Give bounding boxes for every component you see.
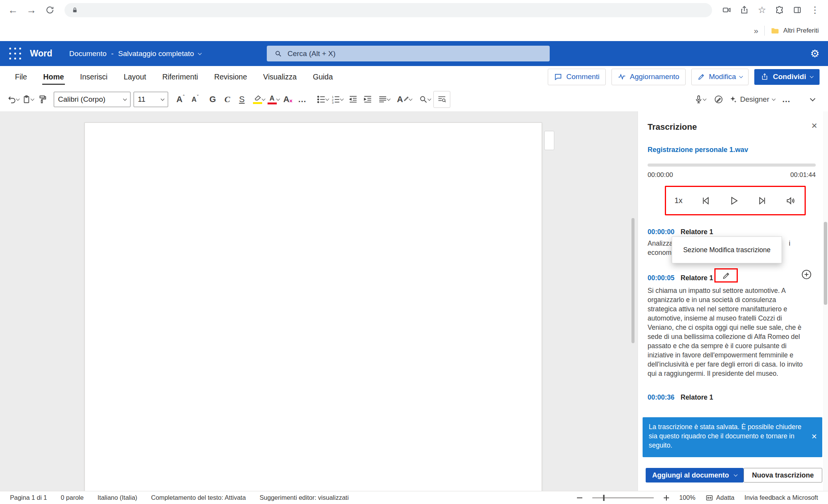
entry-timestamp[interactable]: 00:00:36 (648, 393, 681, 402)
ribbon-overflow-button[interactable]: … (780, 91, 793, 108)
add-section-button[interactable] (801, 269, 812, 280)
editor-hints-status[interactable]: Suggerimenti editor: visualizzati (259, 494, 349, 501)
tab-home[interactable]: Home (35, 66, 72, 88)
updates-button[interactable]: Aggiornamento (611, 69, 686, 85)
transcript-entry-text[interactable]: Si chiama un impatto sul settore automot… (648, 286, 805, 378)
entry-speaker: Relatore 1 (681, 228, 713, 236)
increase-indent-button[interactable] (362, 91, 374, 108)
text-completion-status[interactable]: Completamento del testo: Attivata (151, 494, 246, 501)
comment-margin-box[interactable] (544, 131, 554, 150)
font-color-button[interactable]: A (267, 91, 279, 108)
document-scrollbar-thumb[interactable] (631, 218, 635, 343)
playback-speed-button[interactable]: 1x (674, 196, 683, 205)
panel-scrollbar[interactable] (823, 111, 828, 491)
share-page-icon[interactable] (737, 2, 752, 18)
browser-back-icon[interactable]: ← (5, 2, 21, 18)
browser-menu-icon[interactable]: ⋮ (807, 2, 823, 18)
add-to-document-button[interactable]: Aggiungi al documento (646, 468, 744, 483)
zoom-slider-thumb[interactable] (603, 495, 605, 501)
bookmarks-overflow-button[interactable]: » (754, 26, 759, 35)
decrease-indent-icon (349, 95, 358, 104)
tab-riferimenti[interactable]: Riferimenti (154, 66, 206, 88)
comments-button[interactable]: Commenti (548, 69, 606, 85)
extensions-puzzle-icon[interactable] (772, 2, 787, 18)
search-input[interactable]: Cerca (Alt + X) (267, 46, 550, 61)
more-font-options-button[interactable]: … (296, 91, 309, 108)
entry-timestamp[interactable]: 00:00:00 (648, 228, 681, 236)
app-name: Word (30, 48, 52, 59)
skip-back-icon[interactable] (700, 195, 711, 206)
tab-visualizza[interactable]: Visualizza (255, 66, 305, 88)
audio-progress-bar[interactable] (648, 164, 816, 167)
settings-gear-icon[interactable]: ⚙ (810, 48, 820, 60)
alignment-button[interactable] (378, 91, 390, 108)
bullet-list-button[interactable] (316, 91, 329, 108)
browser-reload-icon[interactable] (42, 2, 58, 18)
panel-scrollbar-thumb[interactable] (824, 222, 827, 305)
bookmark-star-icon[interactable]: ☆ (754, 2, 770, 18)
notification-close-icon[interactable]: × (811, 432, 817, 441)
editor-button[interactable] (712, 91, 725, 108)
underline-button[interactable]: S (236, 91, 248, 108)
new-transcription-button[interactable]: Nuova trascrizione (744, 468, 822, 483)
playback-controls-annotation: 1x (665, 186, 806, 215)
clear-formatting-button[interactable]: A × (282, 91, 294, 108)
zoom-out-icon[interactable] (577, 497, 582, 498)
designer-button[interactable]: Designer (729, 91, 775, 108)
collapse-ribbon-button[interactable] (807, 91, 819, 108)
font-name-select[interactable]: Calibri (Corpo) (54, 92, 131, 107)
word-count[interactable]: 0 parole (61, 494, 84, 501)
zoom-in-icon[interactable] (664, 495, 669, 501)
styles-button[interactable]: A (397, 91, 412, 108)
numbered-list-button[interactable]: 123 (331, 91, 343, 108)
edit-pencil-icon[interactable] (722, 271, 730, 280)
sparkle-icon (729, 95, 737, 104)
language-indicator[interactable]: Italiano (Italia) (98, 494, 137, 501)
decrease-indent-button[interactable] (347, 91, 359, 108)
play-icon[interactable] (729, 195, 739, 206)
page-count[interactable]: Pagina 1 di 1 (10, 494, 47, 501)
shrink-font-button[interactable]: Aˇ (189, 91, 201, 108)
dictate-button[interactable] (694, 91, 706, 108)
italic-button[interactable]: C (221, 91, 233, 108)
side-panel-icon[interactable] (790, 2, 805, 18)
tab-guida[interactable]: Guida (305, 66, 341, 88)
recording-file-link[interactable]: Registrazione personale 1.wav (648, 146, 748, 154)
tab-file[interactable]: File (7, 66, 35, 88)
format-painter-button[interactable] (36, 91, 48, 108)
address-bar[interactable] (64, 3, 712, 17)
volume-icon[interactable] (785, 195, 796, 206)
skip-forward-icon[interactable] (757, 195, 768, 206)
fit-width-button[interactable]: Adatta (706, 494, 735, 502)
edit-transcript-annotation (714, 268, 738, 283)
time-total: 00:01:44 (790, 171, 816, 179)
zoom-level[interactable]: 100% (679, 494, 695, 501)
document-scrollbar[interactable] (631, 111, 635, 491)
tab-inserisci[interactable]: Inserisci (72, 66, 116, 88)
find-button[interactable] (419, 91, 431, 108)
highlighter-button[interactable] (253, 91, 265, 108)
tab-layout[interactable]: Layout (116, 66, 154, 88)
navigation-pane-button[interactable] (433, 91, 450, 108)
paste-button[interactable] (21, 91, 34, 108)
document-page[interactable] (84, 122, 542, 491)
document-title[interactable]: Documento - Salvataggio completato (69, 50, 201, 58)
doc-search-icon (437, 95, 446, 104)
share-button[interactable]: Condividi (754, 69, 820, 85)
feedback-link[interactable]: Invia feedback a Microsoft (744, 494, 818, 501)
font-size-select[interactable]: 11 (134, 92, 168, 107)
tab-revisione[interactable]: Revisione (206, 66, 255, 88)
undo-button[interactable] (7, 91, 19, 108)
panel-close-icon[interactable]: × (811, 121, 817, 131)
chevron-down-icon (261, 97, 265, 101)
svg-text:3: 3 (332, 101, 334, 104)
grow-font-button[interactable]: Aˆ (174, 91, 187, 108)
app-launcher-icon[interactable] (8, 47, 21, 60)
video-call-icon[interactable] (719, 2, 734, 18)
zoom-slider[interactable] (592, 495, 654, 501)
other-bookmarks-button[interactable]: Altri Preferiti (771, 26, 819, 35)
entry-timestamp[interactable]: 00:00:05 (648, 274, 681, 282)
edit-mode-button[interactable]: Modifica (691, 69, 749, 85)
browser-forward-icon[interactable]: → (24, 2, 39, 18)
bold-button[interactable]: G (207, 91, 219, 108)
